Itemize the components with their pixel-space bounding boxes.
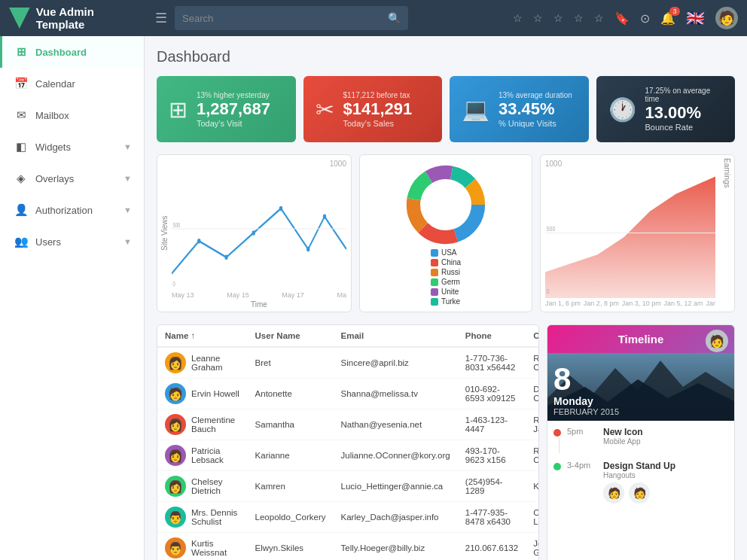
main-content: Dashboard ⊞ 13% higher yesterday 1,287,6… — [145, 36, 747, 560]
cell-username-5: Leopoldo_Corkery — [248, 502, 334, 533]
sidebar-label-overlays: Overlays — [35, 173, 74, 184]
star-1[interactable]: ☆ — [513, 12, 523, 24]
cell-phone-0: 1-770-736-8031 x56442 — [458, 347, 526, 379]
user-name-3: Patricia Lebsack — [191, 446, 240, 464]
user-name-1: Ervin Howell — [191, 389, 239, 398]
github-icon[interactable]: ⊙ — [640, 11, 650, 26]
stat-label-visits: Today's Visit — [197, 119, 284, 128]
table-row[interactable]: 🧑 Ervin Howell Antonette Shanna@melissa.… — [157, 379, 539, 409]
line-chart-xlabel: Time — [172, 300, 346, 309]
widgets-icon: ◧ — [14, 140, 28, 154]
stat-body-sales: $117,212 before tax $141,291 Today's Sal… — [343, 91, 431, 128]
user-avatar-2: 👩 — [165, 414, 186, 435]
cell-email-6: Telly.Hoeger@billy.biz — [334, 533, 458, 561]
stat-label-bounce: Bounce Rate — [645, 123, 724, 132]
table-row[interactable]: 👩 Clementine Bauch Samantha Nathan@yesen… — [157, 409, 539, 440]
cell-name-1: 🧑 Ervin Howell — [157, 379, 248, 409]
tl-sub-2: Hangouts — [603, 471, 728, 479]
donut-chart-svg — [393, 161, 499, 248]
logo-icon — [9, 8, 30, 29]
search-input[interactable] — [182, 13, 388, 24]
stat-card-sales: ✂ $117,212 before tax $141,291 Today's S… — [303, 76, 443, 142]
language-flag[interactable]: 🇬🇧 — [686, 9, 705, 27]
stat-icon-bounce: 🕐 — [608, 96, 636, 123]
table-row[interactable]: 👨 Kurtis Weissnat Elwyn.Skiles Telly.Hoe… — [157, 533, 539, 561]
table-row[interactable]: 👩 Patricia Lebsack Karianne Julianne.OCo… — [157, 440, 539, 471]
bottom-row: Name ↑ User Name Email Phone Company 👩 L… — [157, 324, 735, 560]
tl-dot-1 — [553, 429, 561, 437]
cell-company-3: Robel-Corkery — [526, 440, 539, 471]
svg-text:0: 0 — [547, 288, 550, 295]
svg-text:500: 500 — [172, 221, 180, 230]
col-phone: Phone — [458, 325, 526, 347]
cell-name-3: 👩 Patricia Lebsack — [157, 440, 248, 471]
app-title: Vue Admin Template — [36, 5, 145, 31]
table-row[interactable]: 👩 Chelsey Dietrich Kamren Lucio_Hettinge… — [157, 471, 539, 502]
timeline-header-avatar: 🧑 — [706, 330, 728, 352]
user-name-4: Chelsey Dietrich — [191, 477, 240, 495]
stat-icon-visits: ⊞ — [169, 96, 188, 123]
authorization-icon: 👤 — [14, 203, 28, 217]
tl-event-1: 5pm New Icon Mobile App — [553, 427, 728, 453]
cell-email-4: Lucio_Hettinger@annie.ca — [334, 471, 458, 502]
line-chart-ymax: 1000 — [172, 160, 346, 168]
user-avatar-nav[interactable]: 🧑 — [715, 7, 738, 29]
sidebar-arrow-authorization: ▼ — [123, 205, 132, 215]
stat-label-unique: % Unique Visits — [499, 119, 577, 128]
cell-phone-2: 1-463-123-4447 — [458, 409, 526, 440]
users-table-box: Name ↑ User Name Email Phone Company 👩 L… — [157, 324, 539, 560]
donut-chart-box: USA China Russi Germ Unite Turke — [359, 154, 532, 312]
timeline-photo: 8 Monday FEBRUARY 2015 — [547, 353, 734, 421]
star-2[interactable]: ☆ — [533, 12, 543, 24]
area-chart-box: 1000 500 — [540, 154, 735, 312]
tl-time-2: 3-4pm — [567, 461, 597, 470]
sidebar-label-users: Users — [35, 236, 61, 248]
hamburger-icon[interactable]: ☰ — [155, 10, 167, 26]
cell-name-0: 👩 Leanne Graham — [157, 347, 248, 379]
stat-value-visits: 1,287,687 — [197, 99, 284, 119]
cell-email-0: Sincere@april.biz — [334, 347, 458, 379]
sidebar-item-mailbox[interactable]: ✉ Mailbox — [0, 99, 144, 131]
col-email: Email — [334, 325, 458, 347]
user-avatar-0: 👩 — [165, 352, 186, 373]
star-5[interactable]: ☆ — [594, 12, 604, 24]
stat-value-bounce: 13.00% — [645, 103, 724, 123]
nav-right: ☆ ☆ ☆ ☆ ☆ 🔖 ⊙ 🔔 3 🇬🇧 🧑 — [513, 7, 738, 29]
sidebar-item-calendar[interactable]: 📅 Calendar — [0, 68, 144, 99]
bell-icon[interactable]: 🔔 3 — [660, 11, 675, 26]
svg-point-4 — [306, 247, 309, 251]
tl-avatar-2: 🧑 — [629, 482, 650, 504]
tl-sub-1: Mobile App — [603, 437, 728, 446]
sidebar-item-users[interactable]: 👥 Users ▼ — [0, 226, 144, 257]
tl-dot-2 — [553, 463, 561, 470]
cell-email-1: Shanna@melissa.tv — [334, 379, 458, 409]
mailbox-icon: ✉ — [14, 108, 28, 122]
stat-body-bounce: 17.25% on average time 13.00% Bounce Rat… — [645, 87, 724, 132]
users-icon: 👥 — [14, 235, 28, 248]
line-chart-box: Site Views 1000 — [157, 154, 352, 312]
sidebar-item-authorization[interactable]: 👤 Authorization ▼ — [0, 194, 144, 226]
user-avatar-3: 👩 — [165, 445, 186, 466]
star-4[interactable]: ☆ — [574, 12, 584, 24]
svg-point-0 — [197, 239, 200, 243]
svg-point-2 — [252, 230, 255, 235]
user-avatar-1: 🧑 — [165, 383, 186, 404]
page-title: Dashboard — [157, 48, 735, 65]
sidebar-item-widgets[interactable]: ◧ Widgets ▼ — [0, 131, 144, 163]
tl-info-1: New Icon Mobile App — [603, 427, 728, 446]
sidebar-item-overlays[interactable]: ◈ Overlays ▼ — [0, 163, 144, 194]
star-3[interactable]: ☆ — [553, 12, 563, 24]
bookmark-icon[interactable]: 🔖 — [614, 11, 630, 26]
stat-card-bounce: 🕐 17.25% on average time 13.00% Bounce R… — [596, 76, 736, 142]
search-icon: 🔍 — [388, 12, 401, 24]
timeline-day: 8 — [553, 364, 619, 395]
cell-username-6: Elwyn.Skiles — [248, 533, 334, 561]
stat-sub-unique: 13% average duration — [499, 91, 577, 99]
tl-event-avatars: 🧑 🧑 — [603, 479, 728, 504]
table-row[interactable]: 👨 Mrs. Dennis Schulist Leopoldo_Corkery … — [157, 502, 539, 533]
cell-company-2: Romaguera-Jacobson — [526, 409, 539, 440]
area-chart-ylabel: Earnings — [720, 155, 734, 312]
top-nav: Vue Admin Template ☰ 🔍 ☆ ☆ ☆ ☆ ☆ 🔖 ⊙ 🔔 3… — [0, 0, 747, 36]
sidebar-item-dashboard[interactable]: ⊞ Dashboard — [0, 36, 144, 68]
table-row[interactable]: 👩 Leanne Graham Bret Sincere@april.biz 1… — [157, 347, 539, 379]
